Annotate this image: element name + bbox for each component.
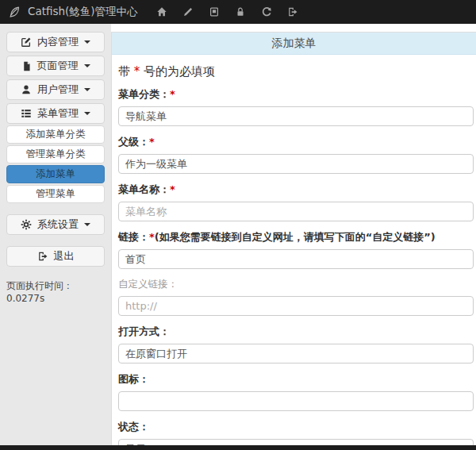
sidebar-group-label: 页面管理 (37, 59, 79, 73)
brand-title: Catfish(鲶鱼)管理中心 (28, 5, 138, 19)
lock-icon[interactable] (228, 6, 254, 17)
page-exec-time: 页面执行时间：0.0277s (6, 279, 105, 304)
sidebar-item-content-mgmt[interactable]: 内容管理 (6, 32, 105, 52)
add-menu-panel: 添加菜单 带 * 号的为必填项 菜单分类：* 导航菜单 父级：* 作为一级菜单 … (111, 32, 476, 445)
form-group-menu-name: 菜单名称：* (118, 183, 474, 221)
brand-link[interactable]: Catfish(鲶鱼)管理中心 (0, 5, 138, 19)
logout-button[interactable]: 退出 (6, 246, 105, 267)
caret-down-icon (84, 223, 90, 226)
list-icon (21, 108, 32, 119)
user-icon (21, 84, 32, 95)
required-note: 带 * 号的为必填项 (118, 64, 474, 79)
link-label: 链接：*(如果您需要链接到自定义网址，请填写下面的“自定义链接”) (118, 230, 474, 244)
menu-category-label: 菜单分类：* (118, 87, 474, 102)
open-mode-value: 在原窗口打开 (125, 347, 187, 361)
link-value: 首页 (125, 252, 146, 267)
link-select[interactable]: 首页 (118, 249, 474, 269)
link-label-note: (如果您需要链接到自定义网址，请填写下面的“自定义链接”) (155, 231, 436, 243)
sidebar-item-menu-mgmt[interactable]: 菜单管理 (6, 103, 105, 124)
form-group-menu-category: 菜单分类：* 导航菜单 (118, 87, 474, 126)
pencil-icon[interactable] (175, 6, 202, 17)
open-mode-select[interactable]: 在原窗口打开 (118, 344, 474, 363)
custom-link-input[interactable] (118, 296, 474, 316)
icon-label: 图标： (118, 372, 474, 387)
sidebar: 内容管理 页面管理 用户管理 菜单管理 添加菜单分类 管理菜单分类 添加菜单 管… (0, 24, 111, 445)
sidebar-item-add-menu[interactable]: 添加菜单 (6, 165, 105, 183)
icon-input[interactable] (118, 391, 474, 411)
required-star: * (149, 136, 155, 148)
sidebar-item-add-menu-category[interactable]: 添加菜单分类 (6, 125, 105, 144)
form-group-custom-link: 自定义链接： (118, 278, 474, 316)
gear-icon (21, 219, 32, 230)
caret-down-icon (84, 112, 90, 115)
status-label: 状态： (118, 420, 474, 434)
top-navbar: Catfish(鲶鱼)管理中心 (0, 0, 476, 24)
home-icon[interactable] (149, 6, 175, 17)
form-group-parent: 父级：* 作为一级菜单 (118, 135, 474, 174)
sidebar-subitem-label: 管理菜单分类 (26, 148, 86, 161)
form-group-open-mode: 打开方式： 在原窗口打开 (118, 325, 474, 363)
open-mode-label: 打开方式： (118, 325, 474, 339)
sidebar-subitem-label: 添加菜单 (36, 167, 75, 181)
parent-select[interactable]: 作为一级菜单 (118, 154, 474, 174)
feather-logo-icon (8, 6, 21, 18)
status-select[interactable]: 显示 (118, 439, 474, 445)
caret-down-icon (84, 40, 90, 44)
sign-out-icon[interactable] (280, 6, 306, 17)
navbar-icon-group (149, 6, 306, 17)
panel-title: 添加菜单 (112, 33, 476, 55)
file-icon (21, 61, 32, 71)
menu-category-value: 导航菜单 (125, 110, 167, 124)
required-star: * (149, 231, 155, 243)
menu-name-label: 菜单名称：* (118, 183, 474, 197)
menu-category-select[interactable]: 导航菜单 (118, 106, 474, 126)
form-group-icon: 图标： (118, 372, 474, 411)
sidebar-item-user-mgmt[interactable]: 用户管理 (6, 79, 105, 100)
main-content: 添加菜单 带 * 号的为必填项 菜单分类：* 导航菜单 父级：* 作为一级菜单 … (111, 24, 476, 445)
logout-label: 退出 (54, 249, 75, 263)
sidebar-group-label: 用户管理 (37, 83, 79, 97)
sidebar-subitem-label: 添加菜单分类 (26, 128, 86, 141)
sidebar-group-label: 内容管理 (37, 35, 79, 49)
footer-bar (0, 445, 476, 450)
edit-square-icon (21, 37, 32, 48)
caret-down-icon (84, 88, 90, 91)
form-group-status: 状态： 显示 (118, 420, 474, 445)
sign-out-icon (37, 251, 48, 262)
sidebar-item-manage-menu[interactable]: 管理菜单 (6, 185, 105, 203)
book-icon[interactable] (202, 6, 228, 17)
caret-down-icon (84, 64, 90, 67)
parent-label: 父级：* (118, 135, 474, 149)
required-star: * (170, 183, 175, 195)
panel-body: 带 * 号的为必填项 菜单分类：* 导航菜单 父级：* 作为一级菜单 菜单名称：… (112, 55, 476, 445)
sidebar-item-system-settings[interactable]: 系统设置 (6, 214, 105, 235)
sidebar-item-page-mgmt[interactable]: 页面管理 (6, 56, 105, 76)
required-star: * (170, 88, 175, 100)
form-group-link: 链接：*(如果您需要链接到自定义网址，请填写下面的“自定义链接”) 首页 (118, 230, 474, 269)
sidebar-group-label: 菜单管理 (37, 106, 79, 121)
parent-value: 作为一级菜单 (125, 157, 187, 171)
sidebar-item-manage-menu-category[interactable]: 管理菜单分类 (6, 145, 105, 163)
custom-link-label: 自定义链接： (118, 278, 474, 291)
sidebar-group-label: 系统设置 (37, 217, 79, 232)
menu-name-input[interactable] (118, 202, 474, 221)
refresh-icon[interactable] (254, 6, 280, 17)
sidebar-subitem-label: 管理菜单 (36, 187, 75, 201)
